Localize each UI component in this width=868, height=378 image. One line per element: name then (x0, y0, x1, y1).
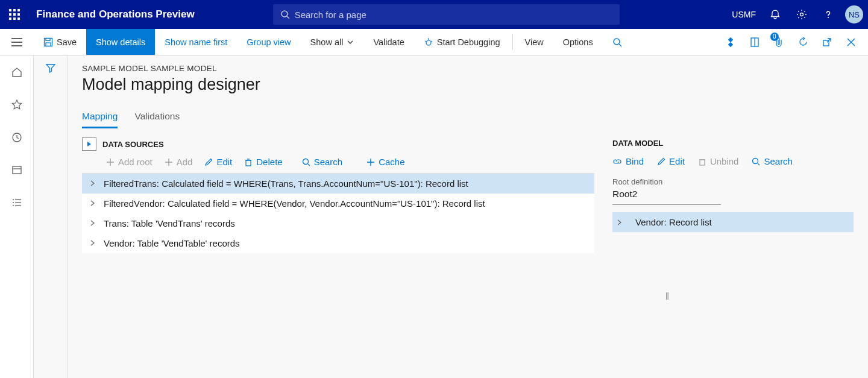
svg-line-46 (758, 163, 760, 165)
app-launcher-button[interactable] (0, 0, 29, 29)
sidebar-favorites[interactable] (7, 95, 27, 115)
svg-line-40 (308, 164, 310, 166)
add-root-button[interactable]: Add root (106, 157, 153, 167)
datamodel-heading: DATA MODEL (612, 139, 854, 148)
trash-icon (698, 157, 706, 166)
tree-caret[interactable] (87, 180, 99, 186)
svg-point-45 (753, 158, 758, 163)
splitter-handle[interactable]: || (665, 291, 668, 300)
tree-row[interactable]: Trans: Table 'VendTrans' records (82, 213, 594, 233)
settings-button[interactable] (790, 0, 814, 29)
sidebar-recent[interactable] (7, 128, 27, 147)
filter-button[interactable] (45, 63, 56, 378)
dm-edit-button[interactable]: Edit (657, 156, 685, 166)
debug-icon (424, 37, 433, 47)
svg-point-0 (281, 11, 288, 17)
unbind-button[interactable]: Unbind (698, 156, 739, 166)
open-office-button[interactable] (743, 29, 767, 55)
main: SAMPLE MODEL SAMPLE MODEL Model mapping … (0, 55, 868, 378)
workspace-icon (11, 165, 22, 175)
save-button[interactable]: Save (34, 29, 86, 55)
topbar: Finance and Operations Preview USMF NS (0, 0, 868, 29)
nav-toggle-button[interactable] (0, 29, 34, 55)
svg-rect-17 (728, 42, 733, 46)
personalize-button[interactable] (719, 29, 743, 55)
sidebar-home[interactable] (7, 63, 27, 82)
attachments-button[interactable]: 0 (767, 29, 791, 55)
breadcrumb: SAMPLE MODEL SAMPLE MODEL (82, 64, 854, 73)
chevron-right-icon (90, 240, 95, 246)
link-icon (612, 158, 622, 165)
options-menu[interactable]: Options (553, 29, 603, 55)
sidebar-modules[interactable] (7, 193, 27, 212)
question-icon (823, 9, 834, 20)
svg-rect-9 (46, 43, 51, 46)
global-search[interactable] (273, 4, 620, 25)
bind-button[interactable]: Bind (612, 156, 644, 166)
group-view-button[interactable]: Group view (237, 29, 300, 55)
tree-row-label: Vendor: Table 'VendTable' records (104, 238, 240, 248)
root-definition-label: Root definition (612, 177, 854, 186)
show-details-button[interactable]: Show details (86, 29, 155, 55)
svg-point-30 (13, 205, 14, 206)
svg-rect-8 (46, 38, 50, 40)
tabs: Mapping Validations (82, 109, 854, 129)
global-search-input[interactable] (295, 10, 612, 20)
refresh-button[interactable] (791, 29, 815, 55)
tree-caret[interactable] (87, 220, 99, 226)
svg-point-14 (614, 39, 620, 45)
edit-button[interactable]: Edit (204, 157, 232, 167)
tree-caret[interactable] (87, 200, 99, 206)
datasources-toggle[interactable] (82, 137, 96, 151)
cache-button[interactable]: Cache (366, 157, 404, 167)
diamond-icon (726, 37, 735, 47)
page-search-button[interactable] (603, 29, 632, 55)
start-debugging-button[interactable]: Start Debugging (414, 29, 510, 55)
trash-icon (244, 158, 253, 166)
validate-button[interactable]: Validate (363, 29, 414, 55)
search-button[interactable]: Search (302, 157, 343, 167)
tree-caret[interactable] (617, 219, 622, 225)
svg-rect-24 (13, 166, 21, 174)
clock-icon (11, 132, 22, 143)
svg-point-10 (426, 40, 431, 45)
dm-search-button[interactable]: Search (752, 156, 793, 166)
refresh-icon (798, 37, 808, 47)
view-menu[interactable]: View (515, 29, 553, 55)
datasources-tree: FilteredTrans: Calculated field = WHERE(… (82, 173, 594, 253)
page-title: Model mapping designer (82, 75, 854, 94)
tree-row-label: Trans: Table 'VendTrans' records (104, 218, 235, 228)
notifications-button[interactable] (763, 0, 787, 29)
sidebar-workspaces[interactable] (7, 160, 27, 180)
sidebar (0, 55, 34, 378)
svg-line-12 (425, 41, 426, 42)
root-definition-value[interactable]: Root2 (612, 186, 721, 205)
help-button[interactable] (816, 0, 840, 29)
actionbar: Save Show details Show name first Group … (0, 29, 868, 55)
tree-row[interactable]: Vendor: Record list (612, 212, 854, 232)
save-icon (43, 37, 53, 47)
tree-row[interactable]: FilteredVendor: Calculated field = WHERE… (82, 194, 594, 213)
user-avatar[interactable]: NS (845, 5, 863, 24)
delete-button[interactable]: Delete (244, 157, 282, 167)
svg-point-3 (828, 17, 829, 18)
tree-row[interactable]: FilteredTrans: Calculated field = WHERE(… (82, 174, 594, 194)
tab-validations[interactable]: Validations (134, 109, 180, 128)
company-code[interactable]: USMF (732, 10, 756, 19)
search-icon (302, 158, 310, 166)
close-button[interactable] (839, 29, 863, 55)
popout-icon (822, 37, 832, 47)
add-button[interactable]: Add (165, 157, 193, 167)
tab-mapping[interactable]: Mapping (82, 109, 118, 128)
popout-button[interactable] (815, 29, 839, 55)
datamodel-toolbar: Bind Edit Unbind Search (612, 156, 854, 166)
office-icon (750, 37, 760, 48)
show-name-first-button[interactable]: Show name first (155, 29, 237, 55)
tree-row[interactable]: Vendor: Table 'VendTable' records (82, 233, 594, 253)
tree-caret[interactable] (87, 240, 99, 246)
svg-line-1 (287, 16, 289, 19)
svg-point-26 (13, 199, 14, 200)
datasources-heading: DATA SOURCES (102, 140, 164, 149)
brand-title: Finance and Operations Preview (36, 8, 195, 20)
show-all-dropdown[interactable]: Show all (301, 29, 364, 55)
